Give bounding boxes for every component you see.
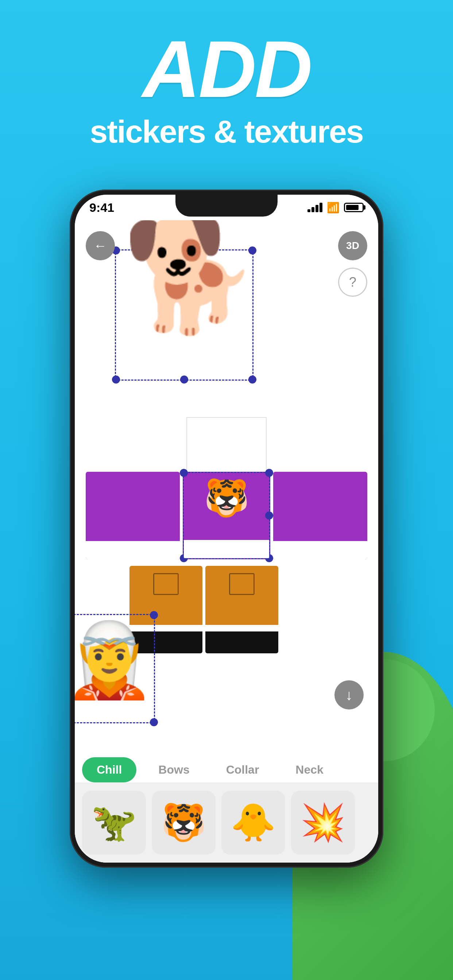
shirt-dot-tl xyxy=(180,469,188,477)
phone-mockup: 9:41 📶 ← xyxy=(70,189,383,868)
3d-label: 3D xyxy=(346,240,359,251)
anime-sticker-area[interactable]: 🧝 xyxy=(75,614,162,738)
header-add-title: ADD xyxy=(0,29,453,110)
phone-frame: 9:41 📶 ← xyxy=(70,189,383,868)
sticker-tiger[interactable]: 🐯 xyxy=(152,791,215,854)
shirt-blank-area xyxy=(187,417,266,476)
shirt-right-white xyxy=(273,541,367,559)
app-content: ← 3D ? xyxy=(75,220,378,862)
help-icon: ? xyxy=(349,275,356,290)
download-button[interactable]: ↓ xyxy=(335,680,364,710)
anime-dot-br xyxy=(150,718,158,726)
battery-icon xyxy=(344,203,364,212)
tab-bar: Chill Bows Collar Neck xyxy=(75,753,378,786)
shirt-row: 🐯 xyxy=(86,472,367,559)
dinosaur-icon: 🦖 xyxy=(91,801,137,844)
selection-dot-bl xyxy=(112,375,120,383)
status-time: 9:41 xyxy=(89,200,114,215)
shirt-center-panel[interactable]: 🐯 xyxy=(183,472,270,559)
sticker-explosion[interactable]: 💥 xyxy=(291,791,355,854)
duck-icon: 🐥 xyxy=(231,801,276,844)
explosion-icon: 💥 xyxy=(300,801,346,844)
pants-right-white xyxy=(205,625,278,632)
dog-sticker-area[interactable]: 🐕 xyxy=(111,220,272,410)
shirt-dot-tr xyxy=(265,469,273,477)
tab-bows[interactable]: Bows xyxy=(144,757,204,783)
shirt-dot-mr xyxy=(265,512,273,520)
anime-sticker: 🧝 xyxy=(75,617,155,703)
tab-neck[interactable]: Neck xyxy=(281,757,338,783)
wifi-icon: 📶 xyxy=(327,202,340,214)
download-icon: ↓ xyxy=(345,687,353,703)
tab-chill[interactable]: Chill xyxy=(82,757,136,783)
pants-right-black xyxy=(205,632,278,653)
sticker-dinosaur[interactable]: 🦖 xyxy=(82,791,146,854)
shirt-left-panel xyxy=(86,472,180,559)
shirt-center-white xyxy=(184,540,269,558)
tab-collar[interactable]: Collar xyxy=(212,757,274,783)
pants-right xyxy=(205,566,278,653)
tiger-graphic: 🐯 xyxy=(184,473,269,520)
phone-notch xyxy=(175,195,278,216)
back-arrow-icon: ← xyxy=(94,238,107,253)
pocket-left xyxy=(153,573,179,595)
selection-dot-bm xyxy=(180,375,188,383)
back-button[interactable]: ← xyxy=(86,231,115,260)
header-section: ADD stickers & textures xyxy=(0,0,453,150)
phone-screen: 9:41 📶 ← xyxy=(75,195,378,862)
shirt-right-panel xyxy=(273,472,367,559)
sticker-duck[interactable]: 🐥 xyxy=(222,791,285,854)
help-button[interactable]: ? xyxy=(338,267,367,297)
sticker-grid: 🦖 🐯 🐥 💥 xyxy=(75,783,378,862)
pocket-right xyxy=(229,573,255,595)
tiger-icon: 🐯 xyxy=(161,801,206,844)
dog-sticker: 🐕 xyxy=(122,220,258,329)
header-subtitle: stickers & textures xyxy=(0,113,453,150)
selection-dot-br xyxy=(248,375,257,383)
shirt-left-white xyxy=(86,541,180,559)
signal-icon xyxy=(308,203,322,212)
status-icons: 📶 xyxy=(308,202,364,214)
3d-button[interactable]: 3D xyxy=(338,231,367,260)
